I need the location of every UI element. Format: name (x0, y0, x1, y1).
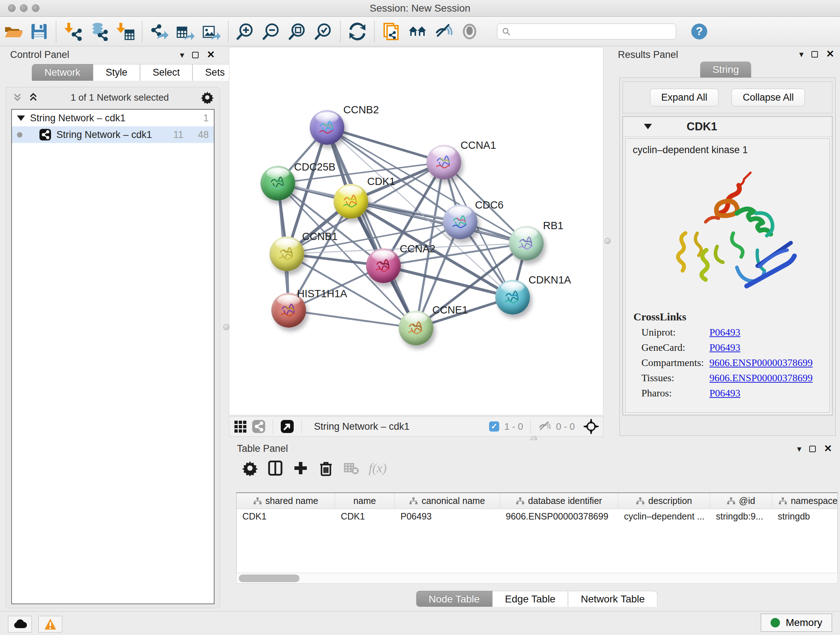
crosslink-link[interactable]: P06493 (709, 387, 741, 399)
expand-all-chevrons-icon[interactable] (12, 92, 23, 103)
toolbar-search[interactable] (497, 24, 676, 40)
show-columns-button[interactable] (267, 460, 283, 476)
column-header-namespace[interactable]: namespace (772, 493, 838, 509)
table-cell[interactable]: stringdb:9... (710, 509, 772, 524)
table-row[interactable]: CDK1CDK1P064939606.ENSP00000378699cyclin… (237, 509, 837, 524)
import-table-file-button[interactable] (112, 19, 138, 43)
table-settings-gear-button[interactable] (242, 460, 258, 476)
export-table-button[interactable] (172, 19, 198, 43)
network-node-CDC6[interactable] (443, 204, 477, 239)
show-all-eye-button[interactable] (456, 19, 483, 43)
tab-style[interactable]: Style (93, 64, 140, 81)
crosslink-link[interactable]: P06493 (709, 342, 741, 353)
gear-icon[interactable] (201, 91, 214, 104)
network-canvas[interactable]: CCNB2CCNA1CDC25BCDK1CDC6RB1CCNB1CCNA2CDK… (229, 47, 603, 415)
collapse-all-chevrons-icon[interactable] (28, 92, 39, 103)
network-node-CDKN1A[interactable] (495, 280, 530, 315)
birds-eye-view-button[interactable] (280, 420, 294, 433)
crosslink-link[interactable]: 9606.ENSP00000378699 (709, 357, 813, 368)
grid-icon (234, 420, 247, 433)
results-panel-float-icon[interactable] (812, 51, 818, 57)
control-panel-close-icon[interactable]: ✕ (207, 50, 215, 60)
tab-select[interactable]: Select (140, 64, 193, 81)
left-splitter-handle[interactable] (223, 324, 229, 330)
refresh-view-button[interactable] (344, 19, 370, 43)
results-panel-close-icon[interactable]: ✕ (826, 49, 834, 59)
network-node-CCNA1[interactable] (426, 145, 461, 180)
export-image-button[interactable] (198, 19, 224, 43)
warnings-button[interactable] (38, 616, 62, 632)
table-horizontal-scrollbar[interactable] (236, 573, 838, 584)
network-node-CCNB2[interactable] (309, 110, 344, 145)
zoom-fit-button[interactable] (284, 19, 310, 43)
network-row-selected[interactable]: String Network – cdk1 11 48 (12, 126, 214, 143)
table-cell[interactable]: CDK1 (335, 509, 395, 524)
search-input[interactable] (511, 27, 671, 37)
tab-string[interactable]: String (700, 62, 751, 78)
expand-all-button[interactable]: Expand All (650, 89, 719, 106)
network-node-CDC25B[interactable] (261, 166, 295, 201)
column-header-@id[interactable]: @id (710, 493, 772, 509)
tab-network[interactable]: Network (32, 64, 93, 81)
tab-node-table[interactable]: Node Table (416, 591, 493, 607)
control-panel-float-icon[interactable] (192, 52, 199, 58)
column-header-database-identifier[interactable]: database identifier (500, 493, 618, 509)
memory-button[interactable]: Memory (761, 614, 832, 632)
export-network-button[interactable] (146, 19, 172, 43)
network-collection-row[interactable]: String Network – cdk1 1 (12, 110, 214, 126)
table-cell[interactable]: stringdb (772, 509, 838, 524)
clone-network-button[interactable] (378, 19, 404, 43)
hide-selected-button[interactable] (431, 19, 456, 43)
open-session-button[interactable] (0, 19, 26, 43)
zoom-selected-button[interactable] (310, 19, 336, 43)
network-edge[interactable] (289, 310, 416, 328)
table-panel-float-icon[interactable] (809, 446, 816, 452)
right-splitter-handle[interactable] (605, 238, 611, 244)
first-neighbors-button[interactable] (404, 19, 431, 43)
string-results-body: Expand All Collapse All CDK1 cyclin–depe… (619, 78, 836, 436)
network-node-CDK1[interactable] (333, 184, 368, 219)
table-cell[interactable]: cyclin–dependent ... (618, 509, 710, 524)
tab-edge-table[interactable]: Edge Table (493, 591, 568, 607)
fit-selected-crosshair-button[interactable] (584, 419, 599, 434)
zoom-out-button[interactable] (258, 19, 284, 43)
shared-column-icon (636, 497, 645, 505)
create-column-button[interactable] (293, 460, 309, 476)
crosslink-link[interactable]: 9606.ENSP00000378699 (709, 372, 813, 383)
table-panel-collapse-icon[interactable]: ▾ (797, 445, 801, 453)
tab-network-table[interactable]: Network Table (568, 591, 657, 607)
column-header-name[interactable]: name (335, 493, 395, 509)
cloud-status-button[interactable] (8, 616, 32, 632)
close-window-button[interactable] (8, 4, 16, 12)
column-header-description[interactable]: description (618, 493, 710, 509)
grid-view-button[interactable] (234, 420, 247, 433)
gene-collapse-icon[interactable] (644, 124, 652, 129)
import-network-file-button[interactable] (60, 19, 86, 43)
crosslink-link[interactable]: P06493 (709, 326, 741, 338)
table-panel-close-icon[interactable]: ✕ (824, 444, 832, 454)
minimize-window-button[interactable] (20, 4, 27, 12)
table-cell[interactable]: CDK1 (237, 509, 335, 524)
window-traffic-lights[interactable] (8, 4, 39, 12)
collection-expand-icon[interactable] (17, 116, 25, 121)
control-panel-collapse-icon[interactable]: ▾ (180, 51, 184, 59)
column-header-shared-name[interactable]: shared name (237, 493, 335, 509)
network-node-CCNE1[interactable] (399, 310, 433, 345)
table-cell[interactable]: 9606.ENSP00000378699 (500, 509, 618, 524)
table-cell[interactable]: P06493 (395, 509, 500, 524)
help-button[interactable]: ? (686, 19, 712, 43)
column-header-canonical-name[interactable]: canonical name (395, 493, 500, 509)
scrollbar-thumb[interactable] (239, 575, 300, 582)
import-network-database-button[interactable] (86, 19, 112, 43)
zoom-in-button[interactable] (232, 19, 258, 43)
maximize-window-button[interactable] (32, 4, 39, 12)
network-node-RB1[interactable] (509, 226, 544, 261)
save-session-button[interactable] (26, 19, 52, 43)
selected-checkbox-icon[interactable]: ✓ (489, 421, 499, 432)
results-panel-collapse-icon[interactable]: ▾ (799, 50, 804, 59)
network-node-CCNA2[interactable] (366, 249, 401, 283)
string-style-button[interactable] (252, 420, 265, 433)
collapse-all-button[interactable]: Collapse All (731, 89, 805, 106)
network-node-CCNB1[interactable] (270, 236, 304, 271)
delete-column-button[interactable] (318, 460, 334, 476)
